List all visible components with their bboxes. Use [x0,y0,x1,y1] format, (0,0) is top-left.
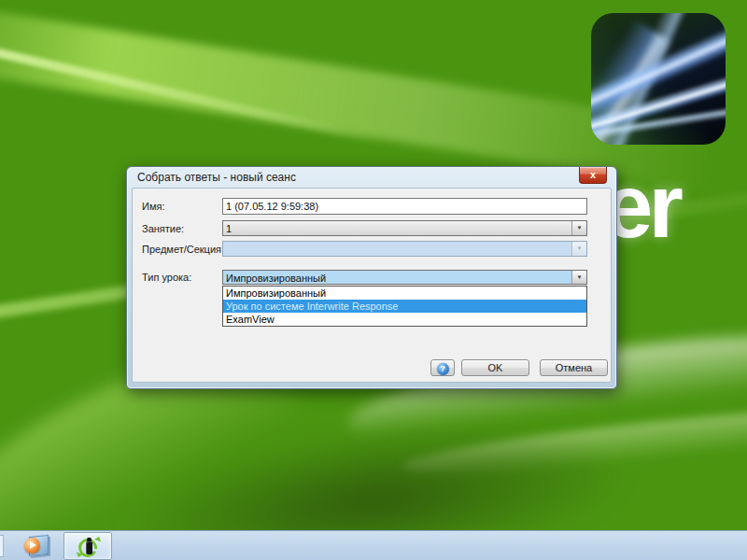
dropdown-item-examview[interactable]: ExamView [223,313,586,326]
media-player-taskbar-icon[interactable] [22,534,50,558]
picture-streak [591,96,726,142]
chevron-down-icon: ▼ [571,242,586,256]
collect-answers-dialog: Собрать ответы - новый сеанс x Имя: Заня… [126,166,617,389]
lesson-type-combobox[interactable]: Импровизированный ▼ [222,270,587,285]
subject-field-label: Предмет/Секция: [142,244,224,255]
wallpaper-streak [0,41,388,147]
lesson-type-combobox-value: Импровизированный [226,272,326,285]
dialog-title: Собрать ответы - новый сеанс [137,171,296,184]
class-combobox[interactable]: 1 ▼ [222,220,587,236]
class-field-label: Занятие: [142,223,184,234]
ok-button[interactable]: OK [461,359,529,376]
play-triangle-icon [30,541,36,549]
taskbar [0,530,747,560]
dropdown-item-improvised[interactable]: Импровизированный [223,287,586,300]
chevron-down-icon[interactable]: ▼ [571,271,586,284]
help-globe-icon: ? [437,363,449,375]
partial-taskbar-item[interactable] [0,535,4,557]
dialog-content: Имя: Занятие: 1 ▼ Предмет/Секция: ▼ Тип … [132,188,612,383]
picture-streak [591,13,726,121]
chevron-down-icon[interactable]: ▼ [571,221,586,235]
picture-streak [591,60,726,144]
picture-streak [592,13,702,145]
dropdown-item-interwrite-response[interactable]: Урок по системе Interwrite Response [223,300,586,313]
wallpaper-streak [401,396,747,485]
name-field-label: Имя: [142,201,164,212]
interwrite-response-taskbar-button[interactable] [63,532,112,560]
close-icon: x [590,169,596,180]
play-orb-icon [24,538,40,553]
cancel-button[interactable]: Отмена [540,359,608,376]
clicker-body [86,541,92,554]
class-combobox-value: 1 [226,222,232,235]
session-name-input[interactable] [222,198,587,215]
response-clicker-icon [77,535,101,559]
help-button[interactable]: ? [430,359,455,376]
dialog-titlebar[interactable]: Собрать ответы - новый сеанс [127,167,616,188]
subject-combobox-disabled: ▼ [222,241,587,257]
close-button[interactable]: x [579,167,607,184]
picture-streak [591,19,689,145]
light-streaks-picture [591,13,726,145]
lesson-type-dropdown-list: Импровизированный Урок по системе Interw… [222,286,587,327]
lesson-type-field-label: Тип урока: [142,272,191,283]
